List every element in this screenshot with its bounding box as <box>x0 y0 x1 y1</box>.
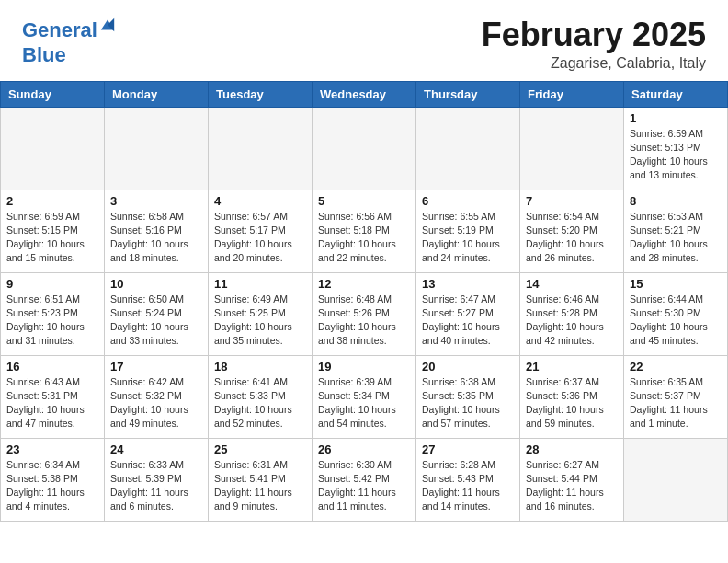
day-number: 16 <box>6 360 98 373</box>
title-block: February 2025 Zagarise, Calabria, Italy <box>482 17 706 72</box>
day-info: Sunrise: 6:54 AM Sunset: 5:20 PM Dayligh… <box>526 210 618 266</box>
calendar-cell: 26Sunrise: 6:30 AM Sunset: 5:42 PM Dayli… <box>313 438 416 521</box>
logo: General Blue <box>22 17 116 66</box>
day-number: 27 <box>422 442 514 456</box>
day-number: 22 <box>630 360 722 373</box>
day-number: 4 <box>214 194 306 208</box>
day-number: 17 <box>110 360 202 373</box>
calendar-week-5: 23Sunrise: 6:34 AM Sunset: 5:38 PM Dayli… <box>1 438 728 521</box>
calendar-cell <box>624 438 728 521</box>
day-info: Sunrise: 6:48 AM Sunset: 5:26 PM Dayligh… <box>318 293 410 349</box>
day-info: Sunrise: 6:44 AM Sunset: 5:30 PM Dayligh… <box>630 293 722 349</box>
day-info: Sunrise: 6:50 AM Sunset: 5:24 PM Dayligh… <box>110 293 202 349</box>
day-info: Sunrise: 6:56 AM Sunset: 5:18 PM Dayligh… <box>318 210 410 266</box>
calendar-cell: 14Sunrise: 6:46 AM Sunset: 5:28 PM Dayli… <box>520 272 624 355</box>
day-number: 21 <box>526 360 618 373</box>
calendar-cell: 15Sunrise: 6:44 AM Sunset: 5:30 PM Dayli… <box>624 272 728 355</box>
header: General Blue February 2025 Zagarise, Cal… <box>0 0 728 81</box>
calendar-cell <box>105 107 209 190</box>
calendar-cell: 6Sunrise: 6:55 AM Sunset: 5:19 PM Daylig… <box>416 190 520 272</box>
calendar-cell: 17Sunrise: 6:42 AM Sunset: 5:32 PM Dayli… <box>105 355 209 438</box>
calendar-cell: 4Sunrise: 6:57 AM Sunset: 5:17 PM Daylig… <box>209 190 313 272</box>
calendar-cell: 18Sunrise: 6:41 AM Sunset: 5:33 PM Dayli… <box>209 355 313 438</box>
day-info: Sunrise: 6:27 AM Sunset: 5:44 PM Dayligh… <box>526 458 618 514</box>
calendar-cell: 24Sunrise: 6:33 AM Sunset: 5:39 PM Dayli… <box>105 438 209 521</box>
day-number: 19 <box>318 360 410 373</box>
calendar-cell: 22Sunrise: 6:35 AM Sunset: 5:37 PM Dayli… <box>624 355 728 438</box>
calendar-cell <box>520 107 624 190</box>
month-title: February 2025 <box>482 17 706 53</box>
day-number: 26 <box>318 442 410 456</box>
day-info: Sunrise: 6:59 AM Sunset: 5:15 PM Dayligh… <box>6 210 98 266</box>
calendar-cell <box>416 107 520 190</box>
calendar-cell: 7Sunrise: 6:54 AM Sunset: 5:20 PM Daylig… <box>520 190 624 272</box>
day-info: Sunrise: 6:28 AM Sunset: 5:43 PM Dayligh… <box>422 458 514 514</box>
day-info: Sunrise: 6:49 AM Sunset: 5:25 PM Dayligh… <box>214 293 306 349</box>
day-info: Sunrise: 6:58 AM Sunset: 5:16 PM Dayligh… <box>110 210 202 266</box>
calendar-cell <box>209 107 313 190</box>
calendar-cell: 1Sunrise: 6:59 AM Sunset: 5:13 PM Daylig… <box>624 107 728 190</box>
calendar-cell: 8Sunrise: 6:53 AM Sunset: 5:21 PM Daylig… <box>624 190 728 272</box>
day-number: 28 <box>526 442 618 456</box>
logo-text: General <box>22 19 97 41</box>
day-info: Sunrise: 6:38 AM Sunset: 5:35 PM Dayligh… <box>422 375 514 431</box>
day-number: 15 <box>630 277 722 291</box>
day-info: Sunrise: 6:59 AM Sunset: 5:13 PM Dayligh… <box>630 127 722 183</box>
calendar-cell: 21Sunrise: 6:37 AM Sunset: 5:36 PM Dayli… <box>520 355 624 438</box>
calendar-cell: 16Sunrise: 6:43 AM Sunset: 5:31 PM Dayli… <box>1 355 105 438</box>
calendar-cell: 19Sunrise: 6:39 AM Sunset: 5:34 PM Dayli… <box>313 355 416 438</box>
day-info: Sunrise: 6:30 AM Sunset: 5:42 PM Dayligh… <box>318 458 410 514</box>
day-number: 6 <box>422 194 514 208</box>
day-info: Sunrise: 6:33 AM Sunset: 5:39 PM Dayligh… <box>110 458 202 514</box>
calendar-week-1: 1Sunrise: 6:59 AM Sunset: 5:13 PM Daylig… <box>1 107 728 190</box>
day-info: Sunrise: 6:34 AM Sunset: 5:38 PM Dayligh… <box>6 458 98 514</box>
calendar: Sunday Monday Tuesday Wednesday Thursday… <box>0 81 728 522</box>
day-info: Sunrise: 6:51 AM Sunset: 5:23 PM Dayligh… <box>6 293 98 349</box>
calendar-week-4: 16Sunrise: 6:43 AM Sunset: 5:31 PM Dayli… <box>1 355 728 438</box>
calendar-cell: 10Sunrise: 6:50 AM Sunset: 5:24 PM Dayli… <box>105 272 209 355</box>
day-info: Sunrise: 6:47 AM Sunset: 5:27 PM Dayligh… <box>422 293 514 349</box>
day-number: 9 <box>6 277 98 291</box>
day-info: Sunrise: 6:42 AM Sunset: 5:32 PM Dayligh… <box>110 375 202 431</box>
location: Zagarise, Calabria, Italy <box>482 55 706 72</box>
calendar-cell: 3Sunrise: 6:58 AM Sunset: 5:16 PM Daylig… <box>105 190 209 272</box>
calendar-week-2: 2Sunrise: 6:59 AM Sunset: 5:15 PM Daylig… <box>1 190 728 272</box>
day-number: 5 <box>318 194 410 208</box>
calendar-cell: 27Sunrise: 6:28 AM Sunset: 5:43 PM Dayli… <box>416 438 520 521</box>
day-info: Sunrise: 6:31 AM Sunset: 5:41 PM Dayligh… <box>214 458 306 514</box>
day-info: Sunrise: 6:37 AM Sunset: 5:36 PM Dayligh… <box>526 375 618 431</box>
calendar-cell: 9Sunrise: 6:51 AM Sunset: 5:23 PM Daylig… <box>1 272 105 355</box>
day-info: Sunrise: 6:43 AM Sunset: 5:31 PM Dayligh… <box>6 375 98 431</box>
day-info: Sunrise: 6:35 AM Sunset: 5:37 PM Dayligh… <box>630 375 722 431</box>
day-info: Sunrise: 6:41 AM Sunset: 5:33 PM Dayligh… <box>214 375 306 431</box>
calendar-cell: 23Sunrise: 6:34 AM Sunset: 5:38 PM Dayli… <box>1 438 105 521</box>
day-number: 24 <box>110 442 202 456</box>
col-thursday: Thursday <box>416 81 520 107</box>
calendar-cell: 5Sunrise: 6:56 AM Sunset: 5:18 PM Daylig… <box>313 190 416 272</box>
day-number: 2 <box>6 194 98 208</box>
calendar-cell: 28Sunrise: 6:27 AM Sunset: 5:44 PM Dayli… <box>520 438 624 521</box>
logo-icon <box>99 17 116 33</box>
calendar-cell: 11Sunrise: 6:49 AM Sunset: 5:25 PM Dayli… <box>209 272 313 355</box>
logo-text-blue: Blue <box>22 44 116 66</box>
day-number: 11 <box>214 277 306 291</box>
day-info: Sunrise: 6:39 AM Sunset: 5:34 PM Dayligh… <box>318 375 410 431</box>
day-number: 13 <box>422 277 514 291</box>
page: General Blue February 2025 Zagarise, Cal… <box>0 0 728 522</box>
day-info: Sunrise: 6:55 AM Sunset: 5:19 PM Dayligh… <box>422 210 514 266</box>
col-saturday: Saturday <box>624 81 728 107</box>
col-monday: Monday <box>105 81 209 107</box>
col-tuesday: Tuesday <box>209 81 313 107</box>
day-info: Sunrise: 6:53 AM Sunset: 5:21 PM Dayligh… <box>630 210 722 266</box>
col-friday: Friday <box>520 81 624 107</box>
calendar-week-3: 9Sunrise: 6:51 AM Sunset: 5:23 PM Daylig… <box>1 272 728 355</box>
calendar-header-row: Sunday Monday Tuesday Wednesday Thursday… <box>1 81 728 107</box>
day-number: 7 <box>526 194 618 208</box>
col-sunday: Sunday <box>1 81 105 107</box>
calendar-cell: 12Sunrise: 6:48 AM Sunset: 5:26 PM Dayli… <box>313 272 416 355</box>
calendar-cell <box>1 107 105 190</box>
col-wednesday: Wednesday <box>313 81 416 107</box>
day-number: 14 <box>526 277 618 291</box>
calendar-cell: 2Sunrise: 6:59 AM Sunset: 5:15 PM Daylig… <box>1 190 105 272</box>
day-number: 20 <box>422 360 514 373</box>
